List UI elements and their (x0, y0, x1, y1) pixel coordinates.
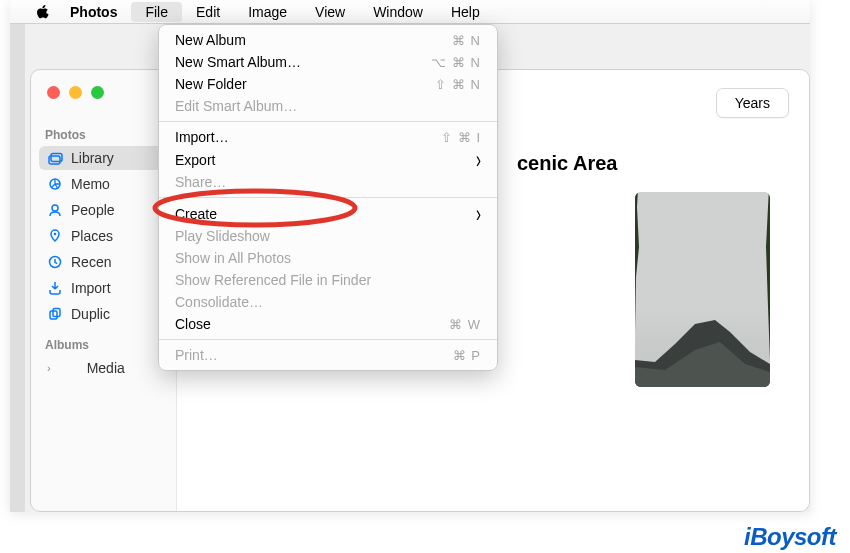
menubar-item-file[interactable]: File (131, 2, 182, 22)
menubar-item-photos[interactable]: Photos (56, 2, 131, 22)
years-button[interactable]: Years (716, 88, 789, 118)
menu-item-close[interactable]: Close⌘ W (159, 313, 497, 335)
sidebar-item-places[interactable]: Places (39, 224, 168, 248)
background-strip (10, 24, 25, 512)
disclosure-icon (63, 360, 79, 376)
sidebar-item-label: People (71, 202, 115, 218)
chevron-right-icon: › (47, 362, 51, 374)
menu-item-label: New Smart Album… (175, 54, 301, 70)
menu-item-show-in-all-photos: Show in All Photos (159, 247, 497, 269)
menu-item-label: New Album (175, 32, 246, 48)
sidebar-section-photos: Photos (39, 118, 168, 146)
sidebar-item-label: Library (71, 150, 114, 166)
menubar-item-image[interactable]: Image (234, 2, 301, 22)
location-heading: cenic Area (517, 152, 617, 175)
menu-item-label: Consolidate… (175, 294, 263, 310)
menu-item-share: Share… (159, 171, 497, 193)
apple-logo-icon[interactable] (30, 4, 56, 20)
menu-item-consolidate: Consolidate… (159, 291, 497, 313)
minimize-window-button[interactable] (69, 86, 82, 99)
zoom-window-button[interactable] (91, 86, 104, 99)
sidebar-item-library[interactable]: Library (39, 146, 168, 170)
menu-item-play-slideshow: Play Slideshow (159, 225, 497, 247)
import-icon (47, 280, 63, 296)
sidebar-item-label: Duplic (71, 306, 110, 322)
menu-item-label: Show in All Photos (175, 250, 291, 266)
menu-item-shortcut: ⌘ P (453, 348, 481, 363)
menu-item-label: Edit Smart Album… (175, 98, 297, 114)
close-window-button[interactable] (47, 86, 60, 99)
menu-item-edit-smart-album: Edit Smart Album… (159, 95, 497, 117)
menu-item-label: Play Slideshow (175, 228, 270, 244)
svg-point-3 (52, 205, 58, 211)
menu-item-create[interactable]: Create (159, 202, 497, 225)
menubar-item-window[interactable]: Window (359, 2, 437, 22)
menu-item-import[interactable]: Import…⇧ ⌘ I (159, 126, 497, 148)
sidebar-item-memo[interactable]: Memo (39, 172, 168, 196)
toolbar: Years (716, 88, 789, 118)
menubar: PhotosFileEditImageViewWindowHelp (10, 0, 810, 24)
sidebar-item-duplic[interactable]: Duplic (39, 302, 168, 326)
menu-item-new-album[interactable]: New Album⌘ N (159, 29, 497, 51)
menu-item-shortcut: ⌥ ⌘ N (431, 55, 481, 70)
sidebar-item-label: Places (71, 228, 113, 244)
menubar-item-help[interactable]: Help (437, 2, 494, 22)
window-controls (47, 86, 104, 99)
menu-item-label: Share… (175, 174, 226, 190)
sidebar: Photos LibraryMemoPeoplePlacesRecenImpor… (31, 118, 176, 511)
people-icon (47, 202, 63, 218)
pin-icon (47, 228, 63, 244)
photo-stack-icon (47, 150, 63, 166)
menu-item-shortcut: ⌘ W (449, 317, 481, 332)
menu-item-new-smart-album[interactable]: New Smart Album…⌥ ⌘ N (159, 51, 497, 73)
watermark-text: iBoysoft (744, 523, 836, 551)
menu-item-print: Print…⌘ P (159, 344, 497, 366)
clock-icon (47, 254, 63, 270)
menu-item-shortcut: ⌘ N (452, 33, 481, 48)
menu-separator (159, 121, 497, 122)
sidebar-item-label: Memo (71, 176, 110, 192)
sidebar-item-label: Import (71, 280, 111, 296)
menu-item-label: Import… (175, 129, 229, 145)
menu-item-label: Close (175, 316, 211, 332)
menu-item-new-folder[interactable]: New Folder⇧ ⌘ N (159, 73, 497, 95)
menu-item-show-referenced-file-in-finder: Show Referenced File in Finder (159, 269, 497, 291)
menubar-item-edit[interactable]: Edit (182, 2, 234, 22)
menu-item-label: New Folder (175, 76, 247, 92)
menu-item-shortcut: ⇧ ⌘ N (435, 77, 481, 92)
file-menu-dropdown: New Album⌘ NNew Smart Album…⌥ ⌘ NNew Fol… (158, 24, 498, 371)
sidebar-item-label: Media (87, 360, 125, 376)
menu-item-export[interactable]: Export (159, 148, 497, 171)
menubar-item-view[interactable]: View (301, 2, 359, 22)
menu-separator (159, 339, 497, 340)
sidebar-item-import[interactable]: Import (39, 276, 168, 300)
menu-item-label: Export (175, 152, 215, 168)
sidebar-section-albums: Albums (39, 328, 168, 356)
duplicate-icon (47, 306, 63, 322)
sidebar-item-recen[interactable]: Recen (39, 250, 168, 274)
menu-item-shortcut: ⇧ ⌘ I (441, 130, 481, 145)
memories-icon (47, 176, 63, 192)
sidebar-item-people[interactable]: People (39, 198, 168, 222)
photo-thumbnail[interactable] (635, 192, 770, 387)
menu-item-label: Print… (175, 347, 218, 363)
menu-separator (159, 197, 497, 198)
svg-point-4 (54, 233, 57, 236)
menu-item-label: Show Referenced File in Finder (175, 272, 371, 288)
sidebar-item-media[interactable]: ›Media (39, 356, 168, 380)
menu-item-label: Create (175, 206, 217, 222)
sidebar-item-label: Recen (71, 254, 111, 270)
